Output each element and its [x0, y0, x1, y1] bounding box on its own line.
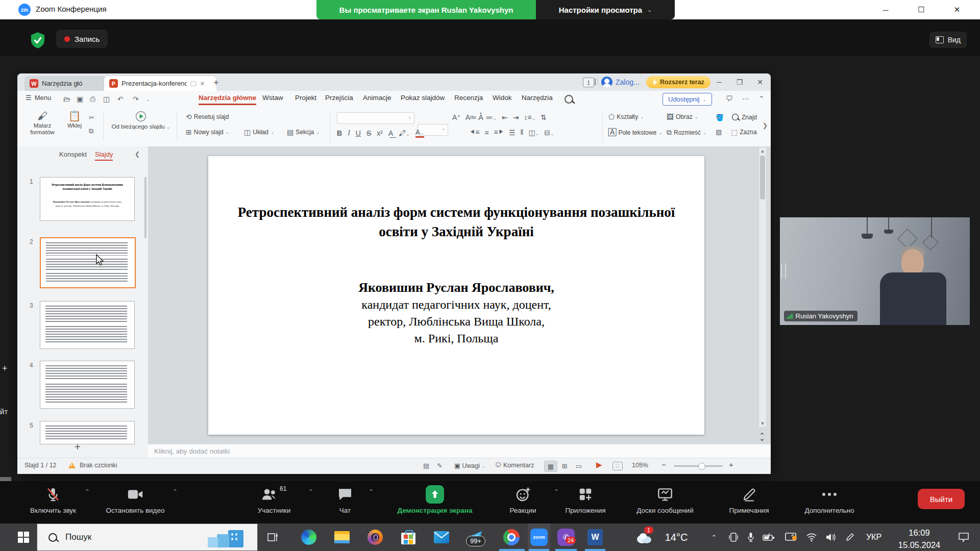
increase-indent-icon[interactable]: ⇥ [513, 113, 519, 121]
comment-mode-icon[interactable]: 🗩 [726, 94, 733, 103]
new-tab-button[interactable]: + [213, 78, 219, 88]
language-indicator[interactable]: УКР [861, 523, 887, 551]
more-button[interactable]: Дополнительно [796, 481, 863, 523]
mute-options-chevron[interactable]: ⌃ [85, 488, 90, 495]
telegram-icon[interactable]: 99+ [463, 523, 486, 551]
text-align-vertical-icon[interactable]: ⊟⌄ [544, 129, 554, 137]
fit-to-window-icon[interactable]: ⛶ [612, 462, 623, 470]
columns-icon[interactable]: ◫⌄ [528, 129, 539, 137]
redo-icon[interactable]: ↷ [133, 95, 139, 103]
ribbon-tab-animations[interactable]: Animacje [363, 94, 391, 102]
scroll-down-icon[interactable]: ▼ [759, 420, 766, 427]
menu-button[interactable]: ☰ Menu [26, 94, 51, 102]
slide-thumbnail-1[interactable]: Ретроспективний аналіз форм системи функ… [40, 177, 135, 221]
slide-thumbnail-5[interactable] [40, 421, 135, 444]
image-button[interactable]: 🖼 Obraz⌄ [667, 113, 698, 121]
collapse-ribbon-icon[interactable]: ⌃ [758, 94, 765, 103]
arrange-button[interactable]: ⧉ Rozmieść⌄ [667, 128, 706, 137]
tray-volume-icon[interactable] [822, 523, 840, 551]
apps-button[interactable]: Приложения [557, 481, 614, 523]
slide-thumbnail-4[interactable] [40, 361, 135, 409]
video-options-chevron[interactable]: ⌃ [173, 488, 178, 495]
action-center-icon[interactable] [952, 523, 975, 551]
comment-button[interactable]: 🗩 Komentarz [495, 462, 534, 469]
section-button[interactable]: ▤ Sekcja⌄ [287, 128, 320, 136]
numbering-icon[interactable]: ≕⌄ [486, 113, 497, 121]
qat-more-icon[interactable]: ⌄ [146, 97, 150, 102]
comments-toggle[interactable]: ▣ Uwagi ⌄ [454, 462, 485, 469]
minimize-button[interactable]: ─ [874, 0, 897, 19]
share-screen-button[interactable]: Демонстрация экрана [392, 481, 478, 523]
wps-close-button[interactable]: ✕ [750, 73, 770, 91]
video-drag-handle[interactable] [781, 263, 786, 279]
account-avatar[interactable] [601, 77, 612, 88]
wps-minimize-button[interactable]: ─ [709, 73, 729, 91]
find-button[interactable]: Znajd [731, 113, 757, 121]
italic-icon[interactable]: I [348, 129, 350, 137]
increase-font-icon[interactable]: A⁺ [452, 113, 461, 121]
print-preview-icon[interactable]: ◫ [103, 95, 110, 103]
word-icon[interactable]: W [584, 523, 606, 551]
ribbon-scroll-right-icon[interactable]: ❯ [763, 122, 768, 129]
undo-icon[interactable]: ↶ [117, 95, 124, 103]
monitor-icon[interactable]: 🖵 [190, 80, 197, 87]
tray-battery-icon[interactable] [760, 523, 779, 551]
secure-browser-icon[interactable] [363, 523, 387, 551]
slide-canvas[interactable]: Ретроспективний аналіз форм системи функ… [208, 156, 704, 435]
align-right-icon[interactable]: ≡⯈ [494, 128, 504, 137]
ribbon-tab-slideshow[interactable]: Pokaz slajdów [401, 94, 445, 102]
slide-thumbnail-2[interactable] [40, 237, 136, 288]
cut-icon[interactable]: ✂ [89, 114, 94, 121]
ribbon-tab-review[interactable]: Recenzja [454, 94, 483, 102]
paste-button[interactable]: 📋 Wklej [63, 111, 86, 129]
quick-style-icon[interactable]: ▧ [716, 128, 722, 136]
layout-button[interactable]: ◫ Układ⌄ [244, 128, 274, 136]
mute-button[interactable]: ⌃ Включить звук [15, 481, 91, 523]
fill-color-icon[interactable]: 🪣 [716, 114, 724, 121]
ribbon-tab-transitions[interactable]: Przejścia [325, 94, 353, 102]
scroll-up-icon[interactable]: ▲ [759, 147, 766, 155]
chat-chevron[interactable]: ⌃ [369, 488, 374, 495]
font-family-combobox[interactable] [337, 112, 414, 124]
handwriting-icon[interactable]: ✎ [437, 462, 442, 469]
edge-browser-icon[interactable] [297, 523, 321, 551]
sidebar-scrollbar[interactable] [144, 177, 146, 238]
editor-scrollbar[interactable]: ▲ ▼ [758, 147, 766, 427]
zoom-level[interactable]: 105% [632, 462, 648, 469]
taskbar-search[interactable]: Пошук [37, 523, 258, 551]
bold-icon[interactable]: B [337, 129, 342, 137]
text-direction-icon[interactable]: ⇅ [541, 113, 547, 121]
whiteboards-button[interactable]: Доски сообщений [622, 481, 708, 523]
tab-document[interactable]: P Prezentacja-konferencja.pptx 🖵 ✕ [104, 76, 216, 91]
slide-thumbnail-3[interactable] [40, 301, 135, 349]
ribbon-tab-view[interactable]: Widok [493, 94, 512, 102]
ribbon-tab-design[interactable]: Projekt [295, 94, 316, 102]
distribute-icon[interactable]: ⫴ [520, 128, 523, 137]
participants-chevron[interactable]: ⌃ [308, 488, 313, 495]
align-left-icon[interactable]: ⯇≡ [470, 128, 479, 137]
participants-button[interactable]: 61 ⌃ Участники [231, 481, 317, 523]
play-from-current-button[interactable]: Od bieżącego slajdu ⌄ [110, 111, 172, 130]
file-explorer-icon[interactable] [330, 523, 354, 551]
font-color-icon[interactable]: A⌄ [415, 128, 424, 138]
tray-pen-icon[interactable] [841, 523, 859, 551]
chrome-icon[interactable] [498, 523, 525, 551]
tab-slides[interactable]: Slajdy [95, 151, 113, 161]
align-center-icon[interactable]: ≡ [484, 129, 488, 137]
reading-view-icon[interactable]: ▭ [573, 461, 585, 471]
task-view-button[interactable] [261, 523, 285, 551]
clock[interactable]: 16:09 15.05.2024 [889, 523, 949, 551]
line-spacing-icon[interactable]: ↕≡⌄ [524, 113, 536, 121]
close-button[interactable]: ✕ [945, 0, 969, 19]
ribbon-tab-tools[interactable]: Narzędzia [522, 94, 553, 102]
start-button[interactable] [11, 523, 36, 551]
recording-indicator[interactable]: Запись [56, 30, 108, 48]
save-icon[interactable]: ▣ [77, 95, 83, 103]
select-button[interactable]: ⬚ Zazna [731, 128, 757, 136]
notes-bar[interactable]: Kliknij, aby dodać notatki [148, 444, 771, 458]
font-warning[interactable]: Brak czcionki [80, 462, 117, 469]
justify-icon[interactable]: ☰ [509, 129, 516, 137]
weather-widget[interactable]: 1 [629, 523, 659, 551]
chat-button[interactable]: ⌃ Чат [314, 481, 376, 523]
superscript-icon[interactable]: x² [377, 129, 383, 137]
